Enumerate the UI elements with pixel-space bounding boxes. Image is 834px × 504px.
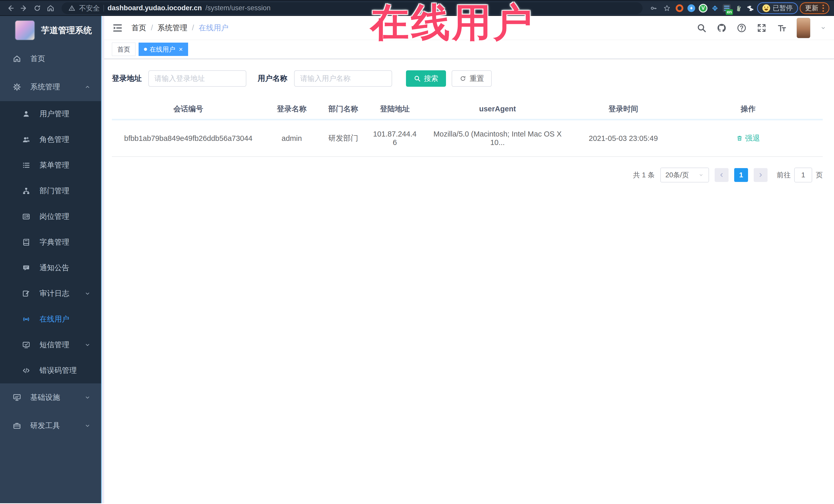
collapse-sidebar-icon[interactable] [112,22,123,34]
sidebar-scrollbar[interactable] [101,16,104,503]
search-button[interactable]: 搜索 [406,70,446,87]
close-tab-icon[interactable]: × [179,46,183,52]
address-bar[interactable]: 不安全 dashboard.yudao.iocoder.cn /system/u… [62,2,642,14]
login-address-input[interactable] [148,70,246,87]
search-icon[interactable] [697,23,707,33]
breadcrumb-home[interactable]: 首页 [131,23,146,33]
reset-button[interactable]: 重置 [452,70,492,87]
browser-reload-button[interactable] [31,2,43,14]
username-label: 用户名称 [258,73,287,84]
page-number-1[interactable]: 1 [734,168,748,182]
extension-orange-ring-icon[interactable] [674,3,685,13]
tab-home[interactable]: 首页 [112,43,135,56]
sidebar-item-user-management[interactable]: 用户管理 [0,101,101,127]
url-domain: dashboard.yudao.iocoder.cn [108,4,202,12]
column-user-agent: userAgent [422,99,573,119]
extension-hand-icon[interactable] [733,3,744,13]
cell-login-address: 101.87.244.46 [368,119,422,156]
extensions-puzzle-icon[interactable] [745,3,755,13]
sidebar-item-menu-management[interactable]: 菜单管理 [0,152,101,178]
pagination-total: 共 1 条 [633,170,655,180]
chevron-right-icon [758,172,764,178]
goto-page-input[interactable] [794,168,812,182]
prev-page-button[interactable] [715,168,728,182]
browser-back-button[interactable] [5,2,17,14]
url-path: /system/user-session [205,4,271,12]
password-key-icon[interactable] [648,2,659,14]
profile-paused-badge[interactable]: 已暂停 [757,2,798,14]
app-header: 首页 / 系统管理 / 在线用户 [104,16,834,40]
sidebar-item-sms-management[interactable]: 短信管理 [0,332,101,358]
user-avatar[interactable] [796,18,810,38]
sidebar-item-dev-tools[interactable]: 研发工具 [0,412,101,440]
breadcrumb-current: 在线用户 [199,23,228,33]
browser-menu-icon[interactable] [822,5,824,12]
cell-user-agent: Mozilla/5.0 (Macintosh; Intel Mac OS X 1… [422,119,573,156]
chevron-down-icon [84,394,91,400]
username-input[interactable] [294,70,392,87]
extension-blue-bulb-icon[interactable]: ✦ [686,3,697,13]
sidebar-menu: 首页 系统管理 用户管理 角色管理 菜单管理 [0,45,101,503]
tabs-bar: 首页 在线用户 × [104,40,834,59]
browser-update-button[interactable]: 更新 [799,2,829,14]
user-dropdown-caret-icon[interactable] [820,25,826,31]
github-icon[interactable] [717,23,727,33]
menu-list-icon [22,161,31,169]
sidebar-item-department-management[interactable]: 部门管理 [0,178,101,204]
sessions-table: 会话编号 登录名称 部门名称 登陆地址 userAgent 登录时间 操作 bf… [112,99,823,157]
browser-home-button[interactable] [45,2,57,14]
sidebar-item-dict-management[interactable]: 字典管理 [0,229,101,255]
goto-label: 前往 [777,170,791,180]
sidebar-logo-row[interactable]: 芋道管理系统 [0,16,101,45]
chevron-down-icon [84,290,91,297]
online-user-icon [22,315,31,323]
breadcrumb-system-management[interactable]: 系统管理 [158,23,187,33]
book-icon [22,238,31,246]
extension-blue-diamond-icon[interactable] [710,3,720,13]
active-tab-dot [144,48,147,51]
dev-tools-icon [12,421,22,430]
sidebar-item-announcement[interactable]: 通知公告 [0,255,101,281]
breadcrumb: 首页 / 系统管理 / 在线用户 [131,23,228,33]
sidebar-item-home[interactable]: 首页 [0,45,101,73]
chevron-left-icon [719,172,725,178]
table-header-row: 会话编号 登录名称 部门名称 登陆地址 userAgent 登录时间 操作 [112,99,823,119]
search-icon [414,75,421,82]
sidebar-item-system-management[interactable]: 系统管理 [0,73,101,101]
fullscreen-icon[interactable] [756,23,767,33]
sidebar-item-audit-log[interactable]: 审计日志 [0,281,101,306]
users-icon [22,135,31,144]
column-session-id: 会话编号 [112,99,265,119]
sidebar-item-infrastructure[interactable]: 基础设施 [0,384,101,412]
sidebar-item-role-management[interactable]: 角色管理 [0,127,101,152]
trash-icon [736,135,743,141]
column-login-name: 登录名称 [265,99,319,119]
font-size-icon[interactable] [776,23,787,33]
gear-icon [12,83,22,91]
column-department: 部门名称 [319,99,368,119]
extension-green-check-icon[interactable]: V [698,3,708,13]
goto-page-group: 前往 页 [777,168,823,182]
update-label: 更新 [805,4,818,13]
chevron-down-icon [84,342,91,348]
breadcrumb-separator: / [151,24,153,32]
login-address-label: 登录地址 [112,73,142,84]
page-size-select[interactable]: 20条/页 [660,168,709,182]
browser-forward-button[interactable] [18,2,30,14]
not-secure-warning-icon [68,5,75,12]
bookmark-star-icon[interactable] [661,2,673,14]
translate-extension-icon[interactable]: en [722,3,732,13]
force-logout-button[interactable]: 强退 [736,133,760,144]
sidebar-item-online-users[interactable]: 在线用户 [0,306,101,332]
sidebar-item-error-code-management[interactable]: 错误码管理 [0,358,101,384]
page-content: 登录地址 用户名称 搜索 重置 [104,59,834,182]
next-page-button[interactable] [754,168,768,182]
audit-log-icon [22,289,31,298]
tab-online-users[interactable]: 在线用户 × [138,43,188,56]
code-icon [22,367,31,375]
help-icon[interactable] [737,23,747,33]
refresh-icon [459,75,466,82]
user-icon [22,110,31,118]
sidebar-item-position-management[interactable]: 岗位管理 [0,204,101,229]
url-divider [104,5,104,12]
